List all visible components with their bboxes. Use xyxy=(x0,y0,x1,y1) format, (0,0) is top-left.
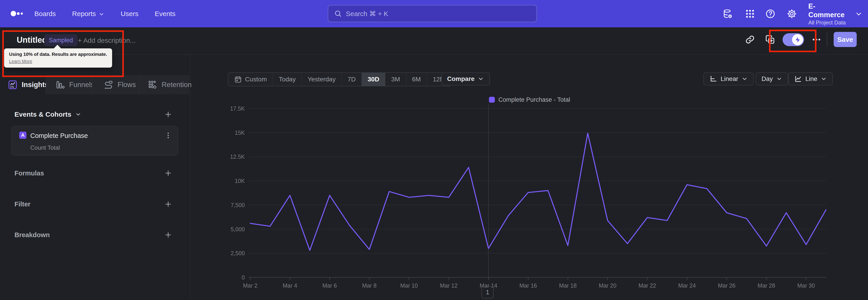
range-30d[interactable]: 30D xyxy=(362,73,385,86)
funnels-tab-icon xyxy=(55,80,65,90)
y-axis-tick-label: 12.5K xyxy=(230,153,245,160)
add-formulas-button[interactable] xyxy=(164,169,172,177)
event-name[interactable]: Complete Purchase xyxy=(30,132,88,140)
range-3m[interactable]: 3M xyxy=(385,73,406,86)
tab-retention[interactable]: Retention xyxy=(139,75,189,94)
interval-dropdown[interactable]: Day xyxy=(756,72,788,86)
mixpanel-logo-icon[interactable] xyxy=(10,8,26,20)
more-options-icon[interactable] xyxy=(811,35,822,44)
nav-item-users[interactable]: Users xyxy=(121,10,138,18)
section-label: Breakdown xyxy=(14,231,50,239)
x-axis-tick-label: Mar 30 xyxy=(797,282,815,289)
tab-label: Retention xyxy=(162,81,192,89)
x-axis-tick-label: Mar 4 xyxy=(283,282,297,289)
section-label: Formulas xyxy=(14,170,44,177)
sidebar-divider xyxy=(190,54,190,300)
nav-item-reports[interactable]: Reports xyxy=(72,10,104,18)
scale-dropdown[interactable]: Linear xyxy=(704,72,754,86)
report-title[interactable]: Untitled xyxy=(17,35,47,45)
events-cohorts-label[interactable]: Events & Cohorts xyxy=(14,111,71,118)
y-axis-tick-label: 7,500 xyxy=(230,202,245,208)
range-label: 7D xyxy=(348,76,356,83)
toolbar-divider xyxy=(0,54,868,55)
sampling-toggle[interactable] xyxy=(782,33,804,46)
y-axis-tick-label: 2,500 xyxy=(230,250,245,257)
data-management-icon[interactable] xyxy=(722,8,733,19)
compare-button[interactable]: Compare xyxy=(441,72,490,86)
tab-insights[interactable]: Insights xyxy=(0,75,46,94)
x-axis-tick-label: Mar 10 xyxy=(400,282,418,289)
toolbar-right-divider xyxy=(827,33,827,46)
tooltip-message: Using 10% of data. Results are approxima… xyxy=(9,52,107,57)
line-chart[interactable]: 02,5005,0007,50010K12.5K15K17.5KMar 2Mar… xyxy=(191,99,868,300)
x-axis-tick-label: Mar 2 xyxy=(243,282,257,289)
mixpanel-insights-app: BoardsReportsUsersEvents Search ⌘ + K E-… xyxy=(0,0,868,300)
project-scope: All Project Data xyxy=(808,19,851,26)
top-nav: BoardsReportsUsersEvents Search ⌘ + K E-… xyxy=(0,0,868,27)
chart-type-dropdown[interactable]: Line xyxy=(788,72,833,86)
event-letter-badge: A xyxy=(19,131,26,139)
tab-flows[interactable]: Flows xyxy=(92,75,139,94)
x-axis-tick-label: Mar 18 xyxy=(559,282,577,289)
apps-grid-icon[interactable] xyxy=(745,8,755,19)
retention-tab-icon xyxy=(148,80,158,90)
add-filter-button[interactable] xyxy=(164,200,172,208)
share-link-icon[interactable] xyxy=(745,35,755,44)
project-switcher[interactable]: E-Commerce All Project Data xyxy=(808,5,863,23)
add-event-button[interactable] xyxy=(164,110,172,118)
range-7d[interactable]: 7D xyxy=(342,73,362,86)
search-icon xyxy=(334,10,342,18)
section-filter: Filter xyxy=(0,196,190,214)
nav-item-events[interactable]: Events xyxy=(155,10,176,18)
range-label: 30D xyxy=(368,76,379,83)
tab-funnels[interactable]: Funnels xyxy=(46,75,92,94)
pagination-page-1[interactable]: 1 xyxy=(482,286,494,298)
series-line-complete-purchase-total[interactable] xyxy=(250,133,826,250)
nav-item-boards[interactable]: Boards xyxy=(34,10,56,18)
help-icon[interactable] xyxy=(765,8,776,19)
event-kebab-menu-icon[interactable] xyxy=(164,131,172,139)
lightning-bolt-icon xyxy=(792,34,803,45)
x-axis-tick-label: Mar 22 xyxy=(639,282,656,289)
section-breakdown: Breakdown xyxy=(0,226,190,244)
range-label: Custom xyxy=(245,76,267,83)
range-6m[interactable]: 6M xyxy=(406,73,427,86)
range-label: Yesterday xyxy=(308,76,336,83)
x-axis-tick-label: Mar 20 xyxy=(599,282,616,289)
event-row-complete-purchase[interactable]: A Complete Purchase Count Total xyxy=(11,126,178,155)
insights-tab-icon xyxy=(8,80,18,90)
settings-gear-icon[interactable] xyxy=(786,8,797,19)
sampling-tooltip: Using 10% of data. Results are approxima… xyxy=(4,49,112,68)
nav-item-label: Boards xyxy=(34,10,56,18)
add-breakdown-button[interactable] xyxy=(164,231,172,239)
range-today[interactable]: Today xyxy=(273,73,302,86)
primary-nav: BoardsReportsUsersEvents xyxy=(34,0,176,27)
range-custom[interactable]: Custom xyxy=(228,73,273,86)
tab-label: Funnels xyxy=(69,81,94,89)
sampled-badge[interactable]: Sampled xyxy=(44,34,78,46)
y-axis-tick-label: 5,000 xyxy=(230,226,245,232)
tab-label: Insights xyxy=(22,81,49,89)
add-description-field[interactable]: + Add description... xyxy=(78,37,135,44)
chart-type-label: Line xyxy=(805,75,817,83)
x-axis-tick-label: Mar 6 xyxy=(322,282,337,289)
event-aggregation[interactable]: Count Total xyxy=(30,144,60,151)
learn-more-link[interactable]: Learn More xyxy=(9,59,32,64)
y-axis-tick-label: 15K xyxy=(235,129,245,136)
nav-item-label: Reports xyxy=(72,10,96,18)
x-axis-tick-label: Mar 24 xyxy=(678,282,696,289)
y-axis-tick-label: 10K xyxy=(235,178,245,184)
range-yesterday[interactable]: Yesterday xyxy=(302,73,342,86)
copy-to-board-icon[interactable] xyxy=(765,35,775,44)
save-button[interactable]: Save xyxy=(834,32,857,47)
search-input[interactable]: Search ⌘ + K xyxy=(328,5,537,22)
x-axis-tick-label: Mar 28 xyxy=(758,282,775,289)
nav-item-label: Events xyxy=(155,10,176,18)
y-axis-tick-label: 0 xyxy=(242,274,245,280)
chevron-down-icon[interactable] xyxy=(75,111,81,118)
chevron-down-icon xyxy=(776,76,782,82)
nav-item-label: Users xyxy=(121,10,138,18)
date-range-group: CustomTodayYesterday7D30D3M6M12M xyxy=(228,72,452,86)
line-chart-icon xyxy=(794,75,802,83)
x-axis-tick-label: Mar 12 xyxy=(440,282,458,289)
